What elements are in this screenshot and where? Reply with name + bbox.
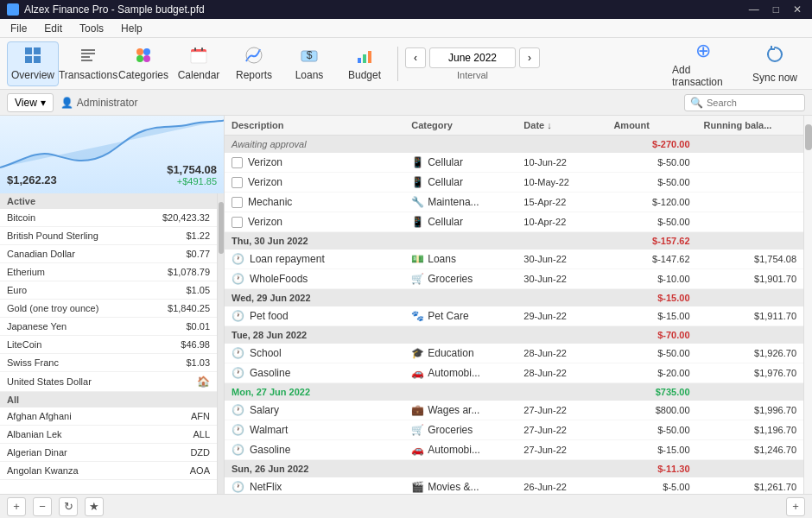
- wed29-amount: $-15.00: [606, 289, 696, 307]
- window-controls[interactable]: — □ ✕: [745, 3, 805, 16]
- awaiting-amount: $-270.00: [606, 136, 696, 154]
- verizon1-checkbox[interactable]: [232, 157, 243, 168]
- menu-tools[interactable]: Tools: [76, 21, 107, 36]
- gbp-name: British Pound Sterling: [7, 231, 98, 241]
- col-category[interactable]: Category: [404, 116, 517, 136]
- sidebar-scrollbar-thumb[interactable]: [219, 202, 224, 254]
- sidebar-row-usd[interactable]: United States Dollar 🏠: [0, 372, 217, 392]
- table-scroll-area[interactable]: Description Category Date ↓ Amount Runni…: [225, 116, 803, 494]
- nav-interval-label: Interval: [457, 70, 488, 80]
- verizon3-checkbox[interactable]: [232, 217, 243, 228]
- col-amount[interactable]: Amount: [606, 116, 696, 136]
- verizon2-running: [697, 173, 803, 193]
- main-layout: $1,262.23 $1,754.08 +$491.85 Active Bitc…: [0, 116, 812, 494]
- sidebar-row-dzd[interactable]: Algerian Dinar DZD: [0, 444, 217, 462]
- sidebar-row-bitcoin[interactable]: Bitcoin $20,423.32: [0, 209, 217, 227]
- bottom-add-button[interactable]: +: [7, 497, 26, 516]
- row-petfood[interactable]: 🕐Pet food 🐾Pet Care 29-Jun-22 $-15.00 $1…: [225, 306, 803, 326]
- sidebar-row-eth[interactable]: Etherium $1,078.79: [0, 263, 217, 281]
- menu-edit[interactable]: Edit: [41, 21, 66, 36]
- budget-icon: [355, 46, 374, 67]
- sync-now-button[interactable]: Sync now: [745, 41, 805, 87]
- svg-rect-2: [25, 56, 32, 63]
- minimize-button[interactable]: —: [745, 3, 763, 16]
- mon27-label: Mon, 27 Jun 2022: [225, 383, 606, 401]
- groceries2-icon: 🛒: [411, 424, 424, 436]
- row-walmart[interactable]: 🕐Walmart 🛒Groceries 27-Jun-22 $-50.00 $1…: [225, 420, 803, 440]
- sidebar-row-cad[interactable]: Canadian Dollar $0.77: [0, 245, 217, 263]
- maximize-button[interactable]: □: [770, 3, 783, 16]
- bottom-plus-right-button[interactable]: +: [786, 497, 805, 516]
- search-input[interactable]: [707, 98, 799, 108]
- walmart-clock-icon: 🕐: [232, 424, 244, 436]
- loan-amount: $-147.62: [606, 250, 696, 269]
- toolbar-categories[interactable]: Categories: [117, 41, 169, 86]
- row-gasoline-28[interactable]: 🕐Gasoline 🚗Automobi... 28-Jun-22 $-20.00…: [225, 363, 803, 383]
- sidebar-row-gbp[interactable]: British Pound Sterling $1.22: [0, 227, 217, 245]
- svg-rect-6: [81, 56, 90, 58]
- toolbar-budget[interactable]: Budget: [339, 41, 390, 86]
- sidebar-row-gold[interactable]: Gold (one troy ounce) $1,840.25: [0, 300, 217, 318]
- chart-right-values: $1,754.08 +$491.85: [167, 163, 217, 186]
- tue28-label: Tue, 28 Jun 2022: [225, 326, 606, 344]
- toolbar-loans[interactable]: $ Loans: [283, 41, 335, 86]
- loans-label: Loans: [295, 69, 324, 81]
- menu-help[interactable]: Help: [117, 21, 146, 36]
- wf-name: WholeFoods: [250, 273, 308, 285]
- usd-name: United States Dollar: [7, 376, 92, 387]
- cellular3-label: Cellular: [428, 216, 463, 228]
- title-bar: Alzex Finance Pro - Sample budget.pfd — …: [0, 0, 812, 19]
- row-gasoline-27[interactable]: 🕐Gasoline 🚗Automobi... 27-Jun-22 $-15.00…: [225, 440, 803, 460]
- sidebar-row-all[interactable]: Albanian Lek ALL: [0, 426, 217, 444]
- search-box[interactable]: 🔍: [684, 94, 805, 111]
- toolbar-transactions[interactable]: Transactions: [62, 41, 114, 86]
- view-button[interactable]: View ▾: [7, 93, 54, 112]
- row-wholefoods[interactable]: 🕐WholeFoods 🛒Groceries 30-Jun-22 $-10.00…: [225, 269, 803, 289]
- row-salary[interactable]: 🕐Salary 💼Wages ar... 27-Jun-22 $800.00 $…: [225, 401, 803, 420]
- all-code: ALL: [193, 429, 210, 439]
- sidebar-row-ltc[interactable]: LiteCoin $46.98: [0, 336, 217, 354]
- bottom-star-button[interactable]: ★: [85, 497, 104, 516]
- all-name: Albanian Lek: [7, 429, 62, 439]
- close-button[interactable]: ✕: [790, 3, 805, 16]
- row-school[interactable]: 🕐School 🎓Education 28-Jun-22 $-50.00 $1,…: [225, 344, 803, 363]
- awaiting-verizon-3[interactable]: Verizon 📱Cellular 10-Apr-22 $-50.00: [225, 212, 803, 232]
- sidebar-row-euro[interactable]: Euro $1.05: [0, 281, 217, 300]
- col-description[interactable]: Description: [225, 116, 404, 136]
- awaiting-verizon-2[interactable]: Verizon 📱Cellular 10-May-22 $-50.00: [225, 173, 803, 193]
- content-scrollbar-thumb[interactable]: [805, 124, 812, 150]
- row-netflix[interactable]: 🕐NetFlix 🎬Movies &... 26-Jun-22 $-5.00 $…: [225, 477, 803, 494]
- sidebar-scrollbar[interactable]: [217, 193, 224, 494]
- row-loan-repayment[interactable]: 🕐Loan repayment 💵Loans 30-Jun-22 $-147.6…: [225, 250, 803, 269]
- verizon2-checkbox[interactable]: [232, 177, 243, 188]
- toolbar-calendar[interactable]: Calendar: [173, 41, 225, 86]
- add-transaction-button[interactable]: ⊕ Add transaction: [669, 36, 738, 92]
- sidebar-row-aoa[interactable]: Angolan Kwanza AOA: [0, 462, 217, 480]
- svg-rect-21: [368, 51, 371, 63]
- sidebar-row-chf[interactable]: Swiss Franc $1.03: [0, 354, 217, 372]
- col-date[interactable]: Date ↓: [517, 116, 606, 136]
- calendar-label: Calendar: [178, 69, 220, 81]
- sidebar-row-jpy[interactable]: Japanese Yen $0.01: [0, 318, 217, 336]
- aoa-code: AOA: [190, 465, 210, 476]
- sidebar-row-afn[interactable]: Afghan Afghani AFN: [0, 407, 217, 426]
- toolbar-overview[interactable]: Overview: [7, 41, 59, 86]
- chart-left-value: $1,262.23: [7, 174, 57, 186]
- bottom-remove-button[interactable]: −: [33, 497, 52, 516]
- nav-month-label[interactable]: June 2022: [429, 47, 516, 68]
- awaiting-mechanic[interactable]: Mechanic 🔧Maintena... 15-Apr-22 $-120.00: [225, 193, 803, 212]
- menu-file[interactable]: File: [7, 21, 30, 36]
- nav-prev-button[interactable]: ‹: [405, 47, 426, 68]
- groceries1-label: Groceries: [428, 273, 473, 285]
- view-label: View: [15, 97, 37, 109]
- cellular2-icon: 📱: [411, 176, 424, 188]
- toolbar-reports[interactable]: Reports: [228, 41, 280, 86]
- content-scrollbar[interactable]: [803, 116, 812, 494]
- awaiting-verizon-1[interactable]: Verizon 📱Cellular 10-Jun-22 $-50.00: [225, 153, 803, 173]
- eth-name: Etherium: [7, 267, 45, 277]
- walmart-amount: $-50.00: [606, 420, 696, 440]
- mechanic-checkbox[interactable]: [232, 197, 243, 208]
- col-running[interactable]: Running bala...: [697, 116, 803, 136]
- nav-next-button[interactable]: ›: [519, 47, 540, 68]
- bottom-refresh-button[interactable]: ↻: [59, 497, 78, 516]
